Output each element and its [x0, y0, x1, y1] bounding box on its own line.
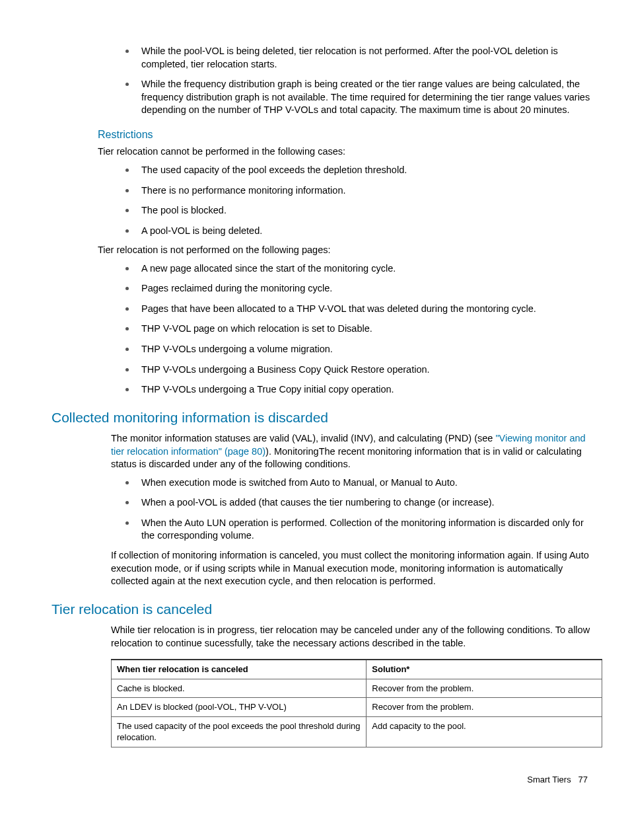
- list-item: Pages reclaimed during the monitoring cy…: [136, 281, 590, 295]
- list-item: Pages that have been allocated to a THP …: [136, 301, 590, 316]
- table-header: Solution*: [367, 660, 602, 679]
- table-cell: An LDEV is blocked (pool-VOL, THP V-VOL): [112, 698, 367, 717]
- list-item: While the pool-VOL is being deleted, tie…: [136, 44, 590, 71]
- canceled-heading: Tier relocation is canceled: [52, 600, 590, 619]
- collected-heading: Collected monitoring information is disc…: [52, 408, 590, 427]
- list-item: When a pool-VOL is added (that causes th…: [136, 495, 590, 510]
- list-item: THP V-VOL page on which relocation is se…: [136, 321, 590, 336]
- list-item: THP V-VOLs undergoing a True Copy initia…: [136, 382, 590, 397]
- restrictions-list-1: The used capacity of the pool exceeds th…: [52, 163, 590, 237]
- table-cell: Recover from the problem.: [367, 698, 602, 717]
- table-row: The used capacity of the pool exceeds th…: [112, 716, 602, 747]
- page-footer: Smart Tiers 77: [52, 774, 590, 786]
- list-item: A new page allocated since the start of …: [136, 261, 590, 276]
- table-cell: The used capacity of the pool exceeds th…: [112, 716, 367, 747]
- table-header: When tier relocation is canceled: [112, 660, 367, 679]
- list-item: There is no performance monitoring infor…: [136, 183, 590, 198]
- collected-intro: The monitor information statuses are val…: [111, 432, 590, 471]
- list-item: A pool-VOL is being deleted.: [136, 223, 590, 238]
- list-item: When the Auto LUN operation is performed…: [136, 515, 590, 543]
- top-bullet-list: While the pool-VOL is being deleted, tie…: [52, 44, 590, 117]
- collected-outro: If collection of monitoring information …: [111, 549, 590, 588]
- list-item: When execution mode is switched from Aut…: [136, 475, 590, 490]
- restrictions-heading: Restrictions: [98, 128, 590, 142]
- canceled-table: When tier relocation is canceled Solutio…: [111, 659, 602, 747]
- restrictions-mid: Tier relocation is not performed on the …: [98, 244, 590, 257]
- restrictions-intro: Tier relocation cannot be performed in t…: [98, 145, 590, 159]
- footer-page: 77: [578, 775, 588, 784]
- canceled-intro: While tier relocation is in progress, ti…: [111, 624, 590, 650]
- list-item: The used capacity of the pool exceeds th…: [136, 163, 590, 177]
- table-cell: Add capacity to the pool.: [367, 716, 602, 747]
- table-header-row: When tier relocation is canceled Solutio…: [112, 660, 602, 679]
- list-item: THP V-VOLs undergoing a volume migration…: [136, 342, 590, 356]
- restrictions-list-2: A new page allocated since the start of …: [52, 261, 590, 397]
- table-row: Cache is blocked. Recover from the probl…: [112, 679, 602, 698]
- list-item: THP V-VOLs undergoing a Business Copy Qu…: [136, 362, 590, 377]
- list-item: The pool is blocked.: [136, 203, 590, 217]
- table-cell: Cache is blocked.: [112, 679, 367, 698]
- collected-intro-pre: The monitor information statuses are val…: [111, 433, 495, 443]
- table-cell: Recover from the problem.: [367, 679, 602, 698]
- collected-bullets: When execution mode is switched from Aut…: [52, 475, 590, 543]
- table-row: An LDEV is blocked (pool-VOL, THP V-VOL)…: [112, 698, 602, 717]
- list-item: While the frequency distribution graph i…: [136, 77, 590, 117]
- footer-section: Smart Tiers: [527, 775, 571, 784]
